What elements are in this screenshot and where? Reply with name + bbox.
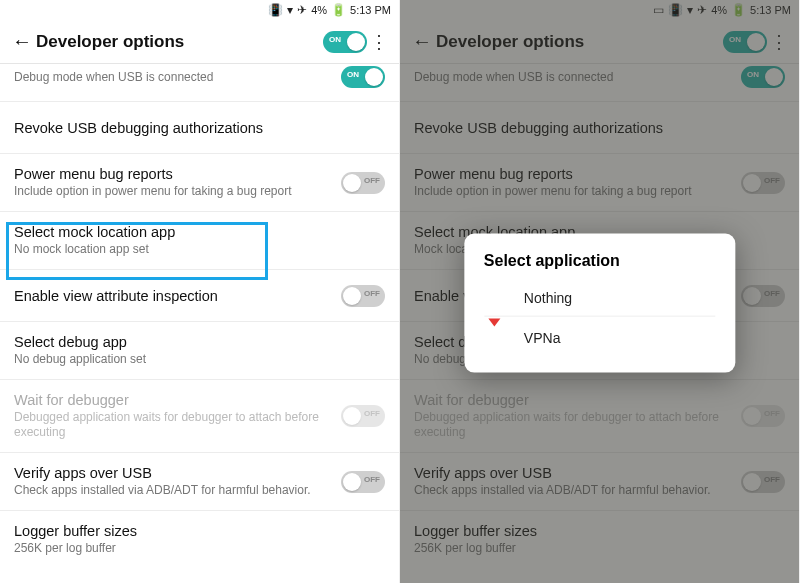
phone-left: 📳 ▾ ✈ 4% 🔋 5:13 PM ← Developer options ⋮… xyxy=(0,0,400,583)
row-title: Enable view attribute inspection xyxy=(14,288,331,304)
appbar: ← Developer options ⋮ xyxy=(0,20,399,64)
row-wait-debugger: Wait for debugger Debugged application w… xyxy=(0,380,399,453)
row-subtitle: Include option in power menu for taking … xyxy=(14,184,331,199)
battery-icon: 🔋 xyxy=(331,4,346,16)
dialog-option-vpna[interactable]: VPNa xyxy=(484,315,715,358)
option-label: Nothing xyxy=(524,289,572,305)
row-subtitle: 256K per log buffer xyxy=(14,541,385,556)
page-title: Developer options xyxy=(36,32,323,52)
row-mock-location[interactable]: Select mock location app No mock locatio… xyxy=(0,212,399,270)
overflow-menu-icon[interactable]: ⋮ xyxy=(367,31,391,53)
usb-debug-toggle[interactable] xyxy=(341,66,385,88)
phone-right: ▭ 📳 ▾ ✈ 4% 🔋 5:13 PM ← Developer options… xyxy=(400,0,800,583)
dialog-title: Select application xyxy=(484,251,715,269)
row-title: Logger buffer sizes xyxy=(14,523,385,539)
master-toggle[interactable] xyxy=(323,31,367,53)
row-view-attribute[interactable]: Enable view attribute inspection xyxy=(0,270,399,322)
back-button[interactable]: ← xyxy=(8,30,36,53)
battery-percent: 4% xyxy=(311,4,327,16)
row-title: Power menu bug reports xyxy=(14,166,331,182)
row-select-debug-app[interactable]: Select debug app No debug application se… xyxy=(0,322,399,380)
bug-report-toggle[interactable] xyxy=(341,172,385,194)
row-title: Select mock location app xyxy=(14,224,385,240)
vibrate-icon: 📳 xyxy=(268,4,283,16)
wifi-icon: ▾ xyxy=(287,4,293,16)
row-title: Verify apps over USB xyxy=(14,465,331,481)
row-verify-usb[interactable]: Verify apps over USB Check apps installe… xyxy=(0,453,399,511)
clock: 5:13 PM xyxy=(350,4,391,16)
row-subtitle: Debugged application waits for debugger … xyxy=(14,410,331,440)
verify-toggle[interactable] xyxy=(341,471,385,493)
airplane-icon: ✈ xyxy=(297,4,307,16)
row-subtitle: No debug application set xyxy=(14,352,385,367)
wait-toggle xyxy=(341,405,385,427)
select-application-dialog: Select application Nothing VPNa xyxy=(464,233,735,372)
row-title: Select debug app xyxy=(14,334,385,350)
row-usb-debugging[interactable]: Debug mode when USB is connected xyxy=(0,64,399,102)
statusbar: 📳 ▾ ✈ 4% 🔋 5:13 PM xyxy=(0,0,399,20)
location-pin-icon xyxy=(488,326,510,348)
settings-list: Debug mode when USB is connected Revoke … xyxy=(0,64,399,568)
row-title: Wait for debugger xyxy=(14,392,331,408)
row-revoke-usb[interactable]: Revoke USB debugging authorizations xyxy=(0,102,399,154)
option-label: VPNa xyxy=(524,329,561,345)
dialog-option-nothing[interactable]: Nothing xyxy=(484,279,715,315)
row-title: Revoke USB debugging authorizations xyxy=(14,120,385,136)
row-subtitle: No mock location app set xyxy=(14,242,385,257)
row-subtitle: Debug mode when USB is connected xyxy=(14,70,331,85)
row-bug-reports[interactable]: Power menu bug reports Include option in… xyxy=(0,154,399,212)
attr-toggle[interactable] xyxy=(341,285,385,307)
row-logger-buffer[interactable]: Logger buffer sizes 256K per log buffer xyxy=(0,511,399,568)
row-subtitle: Check apps installed via ADB/ADT for har… xyxy=(14,483,331,498)
